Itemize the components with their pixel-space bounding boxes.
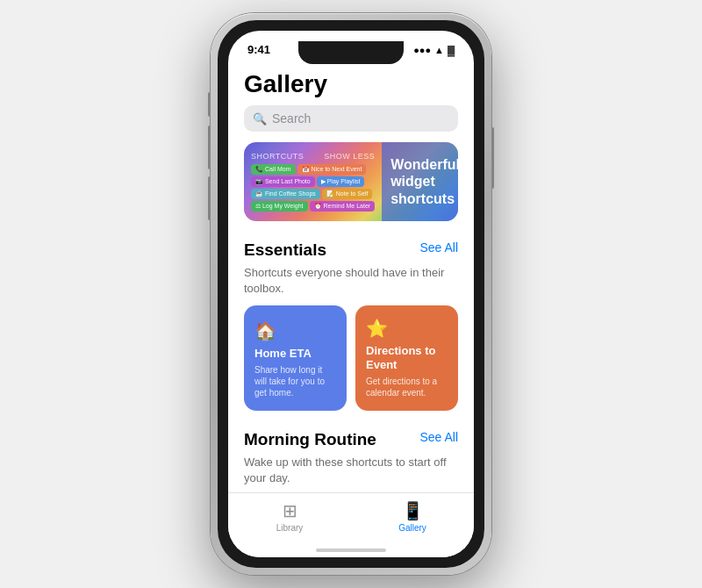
home-indicator [228,543,474,557]
shortcut-remind: ⏰ Remind Me Later [310,201,376,212]
library-icon: ⊞ [283,500,297,521]
morning-header: Morning Routine See All [228,427,474,453]
tab-gallery[interactable]: 📱 Gallery [351,500,474,533]
phone-shell: 9:41 ●●● ▲ ▓ Gallery 🔍 Search [211,13,491,575]
shortcut-row-1: 📞 Call Mom 📅 Nice to Next Event [251,164,375,175]
search-icon: 🔍 [253,112,267,125]
essentials-desc: Shortcuts everyone should have in their … [228,263,474,305]
search-placeholder: Search [272,111,311,125]
essentials-title: Essentials [244,240,326,260]
screen: 9:41 ●●● ▲ ▓ Gallery 🔍 Search [228,31,474,557]
home-eta-title: Home ETA [254,347,336,361]
featured-left: shortcuts Show Less 📞 Call Mom 📅 Nice to… [244,143,382,220]
phone-inner: 9:41 ●●● ▲ ▓ Gallery 🔍 Search [218,20,484,568]
featured-banner[interactable]: shortcuts Show Less 📞 Call Mom 📅 Nice to… [244,142,458,221]
shortcut-last-photo: 📷 Send Last Photo [251,176,315,187]
shortcut-coffee: ☕ Find Coffee Shops [251,189,320,199]
featured-text: Wonderful widget shortcuts [390,156,458,207]
shortcut-row-3: ☕ Find Coffee Shops 📝 Note to Self [251,189,375,199]
morning-title: Morning Routine [244,430,376,449]
shortcut-note: 📝 Note to Self [322,189,373,199]
morning-desc: Wake up with these shortcuts to start of… [228,453,474,492]
morning-see-all[interactable]: See All [419,430,458,444]
shortcut-playlist: ▶ Play Playlist [317,176,365,187]
library-label: Library [276,523,304,533]
directions-icon: ⭐ [366,318,448,339]
power-button[interactable] [491,127,494,189]
tab-library[interactable]: ⊞ Library [228,500,351,533]
page-title: Gallery [228,61,474,105]
home-eta-desc: Share how long it will take for you to g… [254,364,336,398]
home-eta-icon: 🏠 [254,320,336,341]
gallery-icon: 📱 [402,500,424,521]
phone: 9:41 ●●● ▲ ▓ Gallery 🔍 Search [211,13,491,575]
content-area[interactable]: Gallery 🔍 Search shortcuts Show Less [228,61,474,492]
shortcut-row-4: ⚖ Log My Weight ⏰ Remind Me Later [251,201,375,212]
shortcut-weight: ⚖ Log My Weight [251,201,308,212]
featured-right: Wonderful widget shortcuts [382,142,458,221]
directions-title: Directions to Event [366,344,448,371]
shortcut-call-mom: 📞 Call Mom [251,164,296,175]
tab-bar: ⊞ Library 📱 Gallery [228,492,474,543]
essentials-see-all[interactable]: See All [419,240,458,255]
directions-desc: Get directions to a calendar event. [366,376,448,398]
directions-event-card[interactable]: ⭐ Directions to Event Get directions to … [355,305,458,410]
battery-icon: ▓ [448,45,455,55]
search-bar[interactable]: 🔍 Search [244,105,458,132]
home-eta-card[interactable]: 🏠 Home ETA Share how long it will take f… [244,305,347,410]
gallery-label: Gallery [398,523,426,533]
status-icons: ●●● ▲ ▓ [413,45,455,55]
essentials-header: Essentials See All [228,237,474,263]
shortcut-next-event: 📅 Nice to Next Event [297,164,367,175]
notch [298,41,404,64]
shortcut-row-2: 📷 Send Last Photo ▶ Play Playlist [251,176,375,187]
mini-shortcuts: 📞 Call Mom 📅 Nice to Next Event 📷 Send L… [251,164,375,212]
featured-label: shortcuts Show Less [251,152,375,161]
signal-icon: ●●● [413,45,431,55]
wifi-icon: ▲ [434,45,444,55]
essentials-cards: 🏠 Home ETA Share how long it will take f… [228,305,474,426]
home-bar [316,549,386,552]
status-time: 9:41 [247,43,270,56]
